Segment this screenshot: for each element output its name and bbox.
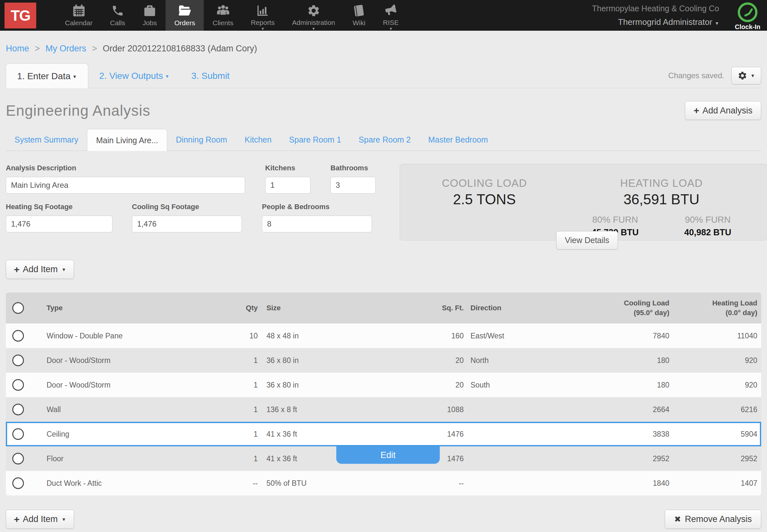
tab-main-living-area[interactable]: Main Living Are... [87,129,167,151]
clock-in-button[interactable]: Clock-In [731,0,764,31]
nav-item-administration[interactable]: Administration ▼ [283,0,344,31]
nav-item-label: Administration [292,19,335,27]
column-header-direction: Direction [464,304,568,312]
kitchens-label: Kitchens [265,164,310,172]
nav-item-label: Reports [251,19,275,27]
column-header-type: Type [30,304,205,312]
bathrooms-label: Bathrooms [330,164,376,172]
breadcrumb-home-link[interactable]: Home [6,44,29,53]
nav-item-calls[interactable]: Calls [101,0,134,31]
save-status: Changes saved. [668,71,724,80]
tab-spare-room-1[interactable]: Spare Room 1 [280,129,350,151]
briefcase-icon [143,3,156,18]
table-row-selected[interactable]: Ceiling 1 41 x 36 ft 1476 3838 5904 [6,422,761,446]
plus-icon: + [14,264,20,275]
add-item-row-top: + Add Item ▼ [6,260,761,279]
nav-item-label: Wiki [352,19,365,27]
select-all-radio[interactable] [12,302,24,314]
items-table: Type Qty Size Sq. Ft. Direction Cooling … [6,293,761,495]
breadcrumb-current: Order 2020122108168833 (Adam Cory) [103,44,257,53]
nav-item-calendar[interactable]: Calendar [56,0,101,31]
table-header-row: Type Qty Size Sq. Ft. Direction Cooling … [6,293,761,324]
table-row[interactable]: Door - Wood/Storm 1 36 x 80 in 20 South … [6,373,761,397]
folder-open-icon [177,3,192,18]
add-analysis-button[interactable]: + Add Analysis [685,101,761,120]
heating-sq-footage-label: Heating Sq Footage [6,203,112,211]
tab-submit[interactable]: 3. Submit [180,63,240,88]
add-item-button-bottom[interactable]: + Add Item ▼ [6,510,74,529]
nav-item-rise[interactable]: RISE ▼ [374,0,408,31]
breadcrumb: Home > My Orders > Order 202012210816883… [6,44,761,54]
table-row[interactable]: Door - Wood/Storm 1 36 x 80 in 20 North … [6,348,761,373]
heating-sq-footage-input[interactable] [6,216,112,232]
furn-90-label: 90% FURN [662,215,754,225]
clock-in-label: Clock-In [731,23,764,31]
view-details-button[interactable]: View Details [556,231,618,250]
table-row[interactable]: Wall 1 136 x 8 ft 1088 2664 6216 [6,397,761,422]
column-header-cooling-load: Cooling Load(95.0° day) [568,298,669,318]
cooling-load-block: COOLING LOAD 2.5 TONS [400,164,569,240]
steps-right: Changes saved. ▼ [668,67,761,84]
app-logo[interactable]: TG [5,3,36,28]
analysis-description-label: Analysis Description [6,164,245,172]
tab-system-summary[interactable]: System Summary [6,129,87,151]
kitchens-input[interactable] [265,177,310,194]
bathrooms-input[interactable] [330,177,376,194]
settings-dropdown-button[interactable]: ▼ [731,67,761,84]
edit-row-button[interactable]: Edit [336,446,440,464]
nav-item-orders[interactable]: Orders [165,0,204,31]
table-row[interactable]: Duct Work - Attic -- 50% of BTU -- 1840 … [6,471,761,495]
nav-item-label: RISE [383,19,399,27]
tab-dinning-room[interactable]: Dinning Room [167,129,236,151]
add-item-button-top[interactable]: + Add Item ▼ [6,260,74,279]
step-tabs: 1. Enter Data▼ 2. View Outputs▼ 3. Submi… [6,63,761,88]
page-title: Engineering Analysis [6,102,150,119]
tab-view-outputs[interactable]: 2. View Outputs▼ [88,63,180,88]
nav-item-label: Calendar [65,19,92,27]
nav-item-wiki[interactable]: Wiki [344,0,374,31]
caret-down-icon: ▼ [165,74,169,79]
megaphone-icon [384,3,398,18]
caret-down-icon: ▼ [72,74,77,79]
page-head: Engineering Analysis + Add Analysis [6,101,761,121]
row-radio[interactable] [12,330,24,342]
caret-down-icon: ▼ [62,267,66,272]
row-radio[interactable] [12,453,24,464]
heating-load-block: HEATING LOAD 36,591 BTU 80% FURN 45,739 … [569,164,767,240]
people-bedrooms-input[interactable] [262,216,372,232]
heating-load-label: HEATING LOAD [569,177,754,189]
gear-icon [738,71,747,80]
furn-90-value: 40,982 BTU [662,228,754,238]
row-radio[interactable] [12,477,24,489]
top-nav: TG Calendar Calls Jobs Orders [0,0,767,31]
clock-icon [731,2,764,23]
analysis-description-input[interactable] [6,177,245,194]
breadcrumb-my-orders-link[interactable]: My Orders [46,44,86,53]
nav-item-label: Jobs [143,19,157,27]
column-header-size: Size [258,304,420,312]
row-radio[interactable] [12,428,24,440]
tab-enter-data[interactable]: 1. Enter Data▼ [6,63,88,88]
remove-analysis-button[interactable]: ✖ Remove Analysis [665,510,761,529]
load-summary-panel: COOLING LOAD 2.5 TONS HEATING LOAD 36,59… [400,164,767,240]
row-radio[interactable] [12,404,24,415]
caret-down-icon: ▼ [389,27,393,31]
nav-item-jobs[interactable]: Jobs [134,0,165,31]
plus-icon: + [694,105,699,116]
tab-master-bedroom[interactable]: Master Bedroom [420,129,497,151]
user-menu[interactable]: Thermogrid Administrator ▼ [592,17,719,27]
table-row[interactable]: Window - Double Pane 10 48 x 48 in 160 E… [6,324,761,348]
row-radio[interactable] [12,355,24,366]
analysis-form: Analysis Description Kitchens Bathrooms … [6,164,381,240]
column-header-sqft: Sq. Ft. [420,304,464,312]
row-radio[interactable] [12,379,24,391]
furn-80-label: 80% FURN [569,215,661,225]
cooling-sq-footage-label: Cooling Sq Footage [132,203,242,211]
nav-item-clients[interactable]: Clients [204,0,242,31]
nav-item-reports[interactable]: Reports ▼ [242,0,283,31]
tab-kitchen[interactable]: Kitchen [236,129,280,151]
calendar-icon [72,3,86,18]
tab-spare-room-2[interactable]: Spare Room 2 [350,129,420,151]
cooling-sq-footage-input[interactable] [132,216,242,232]
breadcrumb-separator: > [92,44,97,53]
